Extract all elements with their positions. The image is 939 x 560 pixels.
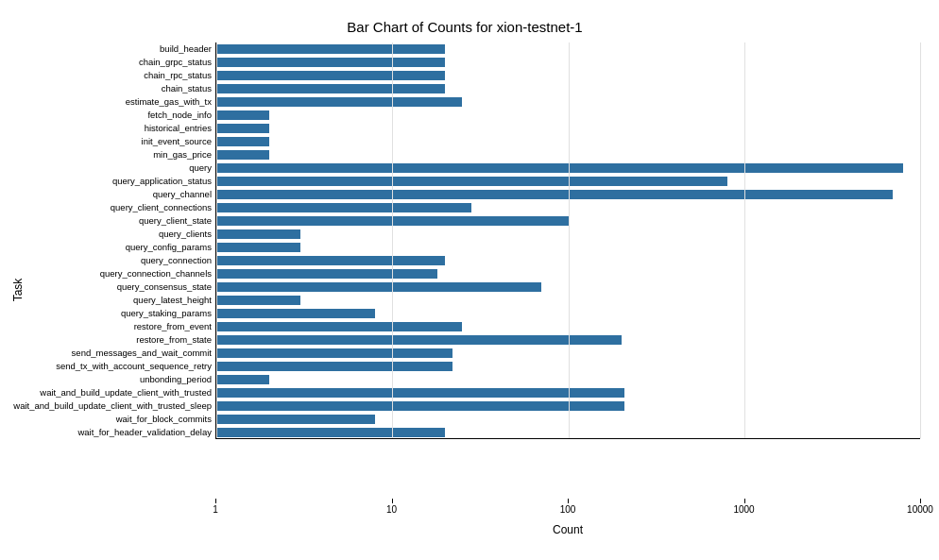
bar xyxy=(216,163,903,173)
y-tick-label: query_connection_channels xyxy=(100,267,212,280)
bar xyxy=(216,415,375,424)
y-tick-label: chain_status xyxy=(162,82,212,95)
y-tick-label: send_tx_with_account_sequence_retry xyxy=(56,360,212,373)
bar xyxy=(216,322,462,331)
bar xyxy=(216,335,622,345)
bar xyxy=(216,44,445,54)
y-tick-label: restore_from_event xyxy=(134,320,212,333)
bar xyxy=(216,71,445,80)
y-tick-label: wait_and_build_update_client_with_truste… xyxy=(13,399,212,413)
y-tick-label: query_channel xyxy=(153,188,212,201)
bars-area xyxy=(215,42,920,439)
bars-and-yaxis: build_headerchain_grpc_statuschain_rpc_s… xyxy=(26,42,920,499)
bar xyxy=(216,243,300,252)
y-tick-label: query_connection xyxy=(141,254,212,267)
x-tick-row: 110100100010000 xyxy=(215,499,920,521)
bar xyxy=(216,256,445,265)
bar xyxy=(216,296,300,305)
bar xyxy=(216,97,462,107)
y-tick-label: query xyxy=(189,161,212,175)
x-tick-label: 10 xyxy=(386,504,397,515)
plot-section: build_headerchain_grpc_statuschain_rpc_s… xyxy=(26,42,920,536)
bar xyxy=(216,309,375,318)
x-tick-label: 1 xyxy=(213,504,218,515)
y-tick-label: query_config_params xyxy=(126,241,212,254)
y-tick-label: query_client_connections xyxy=(111,201,212,214)
y-tick-label: query_client_state xyxy=(139,214,212,228)
y-tick-label: init_event_source xyxy=(142,135,212,148)
bar xyxy=(216,177,727,186)
x-axis-label: Count xyxy=(215,523,920,536)
bar xyxy=(216,84,445,93)
chart-title: Bar Chart of Counts for xion-testnet-1 xyxy=(9,19,920,35)
bar xyxy=(216,124,269,133)
y-tick-label: fetch_node_info xyxy=(147,109,212,122)
y-axis-label-container: Task xyxy=(9,42,26,536)
chart-container: Bar Chart of Counts for xion-testnet-1 T… xyxy=(0,0,939,560)
chart-area: Task build_headerchain_grpc_statuschain_… xyxy=(9,42,920,536)
x-axis-area: 110100100010000 Count xyxy=(215,499,920,536)
y-tick-label: query_consensus_state xyxy=(117,280,212,294)
x-tick-label: 10000 xyxy=(907,504,933,515)
bar xyxy=(216,428,445,437)
bar xyxy=(216,203,471,212)
y-tick-label: query_latest_height xyxy=(133,294,212,307)
bar xyxy=(216,269,437,279)
y-tick-label: query_application_status xyxy=(112,175,212,188)
x-tick-label: 100 xyxy=(560,504,576,515)
y-tick-label: historical_entries xyxy=(145,122,212,135)
bar xyxy=(216,362,452,371)
y-tick-label: restore_from_state xyxy=(136,333,212,347)
bar xyxy=(216,388,624,398)
bar xyxy=(216,229,300,239)
y-tick-label: send_messages_and_wait_commit xyxy=(72,347,212,360)
y-tick-label: query_clients xyxy=(159,228,212,241)
y-tick-label: estimate_gas_with_tx xyxy=(126,95,212,109)
y-tick-label: query_staking_params xyxy=(121,307,212,320)
bar xyxy=(216,401,624,411)
y-tick-label: unbonding_period xyxy=(140,373,212,386)
y-tick-label: min_gas_price xyxy=(153,148,212,161)
bar xyxy=(216,282,541,292)
bar xyxy=(216,137,269,146)
x-tick-label: 1000 xyxy=(733,504,754,515)
bar xyxy=(216,58,445,67)
y-tick-labels: build_headerchain_grpc_statuschain_rpc_s… xyxy=(26,42,215,439)
y-tick-label: chain_rpc_status xyxy=(144,69,212,82)
bar xyxy=(216,375,269,384)
y-tick-label: build_header xyxy=(160,42,212,56)
bar xyxy=(216,348,452,358)
y-axis-label: Task xyxy=(11,278,25,301)
bar xyxy=(216,190,893,199)
y-tick-label: wait_for_block_commits xyxy=(116,413,212,426)
y-tick-label: wait_and_build_update_client_with_truste… xyxy=(40,386,212,399)
bar xyxy=(216,150,269,160)
y-tick-label: chain_grpc_status xyxy=(139,56,212,69)
y-tick-label: wait_for_header_validation_delay xyxy=(77,426,212,439)
bar xyxy=(216,110,269,120)
